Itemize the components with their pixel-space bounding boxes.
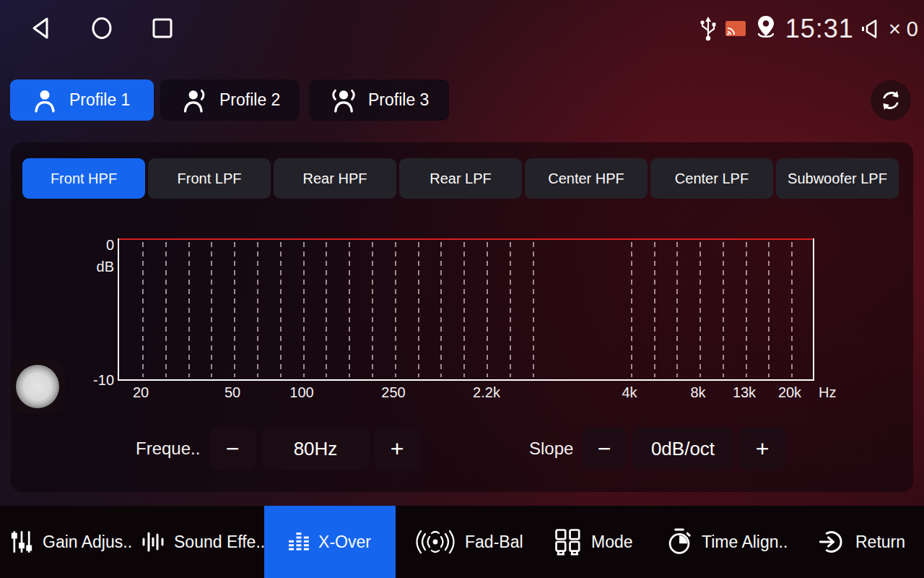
profile-tab-2[interactable]: Profile 2 — [160, 79, 300, 121]
profile-tab-1[interactable]: Profile 1 — [10, 79, 154, 121]
cast-icon — [725, 20, 746, 38]
gridline — [234, 242, 235, 377]
gridline — [303, 242, 305, 377]
speaker-grid-icon — [554, 528, 582, 556]
home-icon[interactable] — [90, 16, 114, 40]
profile-tab-label: Profile 1 — [69, 90, 130, 110]
slope-minus-button[interactable]: − — [582, 428, 627, 470]
profile-tab-3[interactable]: Profile 3 — [309, 79, 449, 121]
frequency-response-plot[interactable] — [118, 238, 814, 381]
nav-sound-effect[interactable]: Sound Effe.. — [141, 506, 265, 578]
person-icon — [32, 87, 58, 114]
location-icon — [754, 14, 778, 43]
gridline — [746, 242, 747, 377]
nav-gain-adjust[interactable]: Gain Adjus.. — [10, 506, 132, 578]
tab-center-hpf[interactable]: Center HPF — [525, 158, 648, 199]
recents-icon[interactable] — [152, 17, 173, 39]
profile-tab-label: Profile 2 — [219, 90, 280, 110]
nav-fad-bal[interactable]: Fad-Bal — [415, 506, 523, 578]
gridline — [463, 242, 465, 377]
x-tick-label: 250 — [381, 384, 405, 401]
y-axis-bottom-label: -10 — [79, 372, 114, 389]
nav-label: Sound Effe.. — [174, 532, 265, 552]
gridline — [510, 242, 511, 377]
gridline — [676, 242, 678, 377]
gridline — [768, 242, 770, 377]
gridline — [699, 242, 701, 377]
gridline — [280, 242, 282, 377]
nav-time-align[interactable]: Time Align.. — [666, 506, 788, 578]
clock-time: 15:31 — [785, 14, 854, 44]
nav-xover[interactable]: X-Over — [264, 506, 396, 578]
x-tick-label: 50 — [225, 384, 240, 401]
gridline — [142, 242, 144, 377]
x-tick-label: 100 — [289, 384, 313, 401]
person-wave-icon — [182, 87, 208, 114]
nav-label: X-Over — [318, 532, 371, 552]
gridline — [349, 242, 350, 377]
waveform-icon — [141, 530, 165, 554]
slope-plus-button[interactable]: + — [739, 428, 785, 470]
gridline — [487, 242, 488, 377]
tab-rear-hpf[interactable]: Rear HPF — [274, 158, 396, 199]
floating-knob-button[interactable] — [10, 359, 65, 414]
slope-label: Slope — [529, 428, 573, 470]
status-bar: 15:31 × 0 — [699, 0, 918, 58]
tab-front-hpf[interactable]: Front HPF — [22, 158, 145, 199]
gridline — [326, 242, 327, 377]
gridline — [533, 242, 534, 377]
slope-value: 0dB/oct — [632, 428, 733, 470]
gridline — [211, 242, 212, 377]
x-tick-label: 2.2k — [473, 384, 500, 401]
gridline — [654, 242, 655, 377]
frequency-value: 80Hz — [261, 428, 370, 470]
gridline — [372, 242, 373, 377]
person-waves-icon — [331, 87, 357, 114]
nav-return[interactable]: Return — [819, 506, 905, 578]
y-axis-unit-label: dB — [79, 259, 114, 275]
x-tick-label: 4k — [622, 384, 637, 401]
frequency-minus-button[interactable]: − — [209, 428, 256, 470]
reset-sync-button[interactable] — [871, 80, 911, 121]
nav-label: Gain Adjus.. — [43, 532, 132, 552]
usb-icon — [699, 16, 718, 42]
gridline — [723, 242, 724, 377]
fader-balance-icon — [415, 527, 456, 556]
knob-icon — [16, 365, 59, 408]
return-arrow-icon — [819, 529, 846, 555]
profile-tab-label: Profile 3 — [368, 90, 429, 110]
sync-icon — [879, 88, 903, 113]
gridline — [395, 242, 396, 377]
bottom-nav-bar: Gain Adjus.. Sound Effe.. X-Over — [0, 506, 924, 578]
gridline — [188, 242, 190, 377]
gridline — [440, 242, 442, 377]
gridline — [418, 242, 419, 377]
x-tick-label: 20k — [778, 384, 801, 401]
nav-label: Fad-Bal — [465, 532, 523, 552]
response-curve — [119, 238, 813, 240]
x-tick-label: 20 — [133, 384, 149, 401]
tab-front-lpf[interactable]: Front LPF — [148, 158, 271, 199]
nav-label: Return — [855, 532, 905, 552]
gridline — [257, 242, 258, 377]
tab-center-lpf[interactable]: Center LPF — [650, 158, 773, 199]
back-icon[interactable] — [29, 16, 52, 40]
stopwatch-icon — [666, 527, 692, 556]
nav-mode[interactable]: Mode — [554, 506, 633, 578]
x-tick-label: 8k — [690, 384, 705, 401]
volume-level: × 0 — [889, 17, 918, 41]
nav-label: Mode — [591, 532, 633, 552]
tab-rear-lpf[interactable]: Rear LPF — [399, 158, 522, 199]
frequency-plus-button[interactable]: + — [374, 428, 420, 470]
y-axis-top-label: 0 — [79, 237, 114, 254]
x-axis-unit-label: Hz — [819, 384, 836, 401]
equalizer-bars-icon — [289, 531, 309, 553]
volume-muted-icon[interactable] — [861, 18, 880, 40]
gain-sliders-icon — [10, 530, 33, 554]
gridline — [631, 242, 632, 377]
gridline — [791, 242, 793, 377]
nav-label: Time Align.. — [702, 532, 788, 552]
tab-subwoofer-lpf[interactable]: Subwoofer LPF — [776, 158, 899, 199]
x-tick-label: 13k — [733, 384, 756, 401]
frequency-label: Freque.. — [136, 428, 200, 470]
